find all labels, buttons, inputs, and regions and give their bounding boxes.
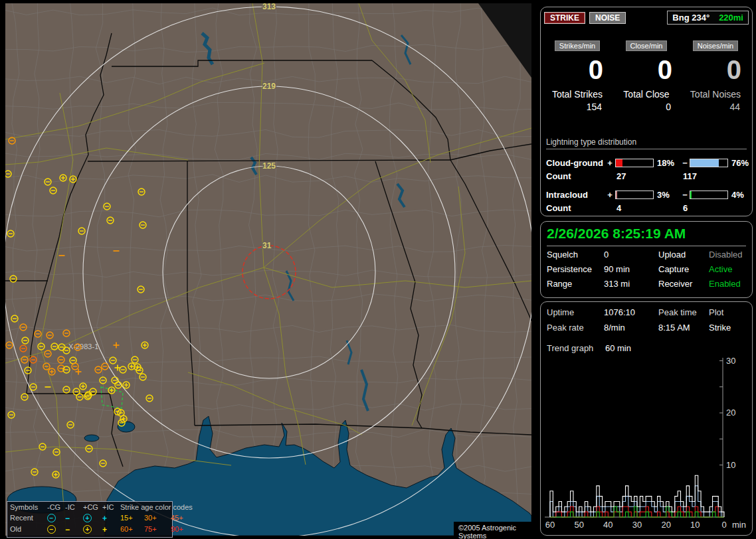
legend-row-recent-label: Recent — [10, 514, 47, 522]
trend-y-tick: 20 — [726, 408, 735, 418]
strikes-per-min-value: 0 — [545, 55, 610, 84]
legend-header-cg-neg: -CG — [47, 504, 65, 511]
close-per-min-value: 0 — [614, 55, 679, 84]
ring-label-125: 125 — [262, 161, 276, 171]
legend-header-symbols: Symbols — [10, 504, 47, 511]
squelch-value: 0 — [604, 250, 658, 260]
capture-label: Capture — [658, 264, 709, 274]
age-75: 75+ — [144, 526, 171, 533]
count-label: Count — [546, 171, 605, 181]
ic-minus-count: 6 — [683, 203, 747, 213]
age-90: 90+ — [171, 526, 193, 533]
map-canvas[interactable]: 31321912531X-2983-1 — [5, 3, 531, 536]
minus-sign: − — [680, 190, 690, 200]
cg-plus-pct: 18% — [654, 158, 680, 168]
trend-x-tick: 10 — [690, 520, 700, 530]
legend-header-ic-neg: -IC — [65, 504, 83, 511]
cloud-ground-label: Cloud-ground — [546, 158, 605, 168]
trend-x-tick: 40 — [603, 520, 613, 530]
noises-per-min-value: 0 — [683, 55, 748, 84]
cloud-ground-row: Cloud-ground + 18% − 76% — [546, 156, 747, 169]
statistics-panel: Uptime 1076:10 Peak time Plot Peak rate … — [540, 301, 753, 536]
ring-label-31: 31 — [262, 241, 272, 250]
copyright-notice: ©2005 Astrogenic Systems — [454, 522, 531, 539]
range-value: 313 mi — [604, 279, 658, 289]
plus-sign: + — [605, 158, 615, 168]
upload-status: Disabled — [709, 250, 748, 260]
range-label: Range — [547, 279, 604, 289]
ic-pos-old-icon: + — [102, 526, 120, 534]
rate-counters: Strikes/min 0 Total Strikes 154 Close/mi… — [545, 40, 748, 112]
age-45: 45+ — [171, 514, 193, 522]
status-grid: Squelch 0 Upload Disabled Persistence 90… — [547, 250, 748, 289]
cg-minus-count: 117 — [683, 171, 747, 181]
total-strikes-label: Total Strikes — [545, 89, 610, 100]
ic-minus-bar — [690, 191, 728, 199]
bearing-readout: Bng 234°220mi — [667, 11, 749, 25]
ic-neg-recent-icon: − — [65, 514, 83, 522]
trend-y-tick: 10 — [726, 460, 735, 470]
plus-sign: + — [605, 190, 615, 200]
age-15: 15+ — [120, 514, 144, 522]
cg-plus-bar — [615, 159, 654, 167]
intracloud-count-row: Count 4 6 — [546, 201, 747, 214]
trend-x-unit: min — [732, 520, 746, 530]
legend-header-ic-pos: +IC — [102, 504, 120, 511]
total-noises-value: 44 — [683, 102, 748, 112]
ic-pos-recent-icon: + — [102, 514, 120, 522]
age-60: 60+ — [120, 526, 144, 533]
strike-mode-button[interactable]: STRIKE — [544, 12, 585, 24]
persistence-value: 90 min — [604, 264, 658, 274]
strike-counters-panel: STRIKE NOISE Bng 234°220mi Strikes/min 0… — [540, 7, 753, 216]
legend-header-cg-pos: +CG — [83, 504, 102, 511]
noises-per-min-chip: Noises/min — [693, 40, 738, 51]
cg-minus-pct: 76% — [728, 158, 749, 168]
intracloud-label: Intracloud — [546, 190, 605, 200]
legend-header-ages: Strike age color codes — [120, 504, 193, 511]
cg-pos-recent-icon: + — [83, 514, 102, 522]
noises-counter-column: Noises/min 0 Total Noises 44 — [683, 40, 748, 112]
receiver-label: Receiver — [658, 279, 709, 289]
close-counter-column: Close/min 0 Total Close 0 — [614, 40, 679, 112]
legend-row-old-label: Old — [10, 526, 47, 533]
close-per-min-chip: Close/min — [626, 40, 668, 51]
capture-status: Active — [709, 264, 748, 274]
bearing-distance: 220mi — [719, 13, 743, 23]
strikes-counter-column: Strikes/min 0 Total Strikes 154 — [545, 40, 610, 112]
storm-cell-label: X-2983-1 — [68, 343, 98, 350]
trend-x-tick: 60 — [545, 520, 555, 530]
ring-label-313: 313 — [262, 3, 276, 11]
count-label: Count — [546, 203, 605, 213]
noise-mode-button[interactable]: NOISE — [589, 12, 626, 24]
total-close-value: 0 — [614, 102, 679, 112]
ring-label-219: 219 — [262, 82, 276, 91]
persistence-label: Persistence — [547, 264, 604, 274]
trend-x-tick: 0 — [721, 520, 726, 530]
cg-minus-bar — [690, 159, 728, 167]
total-close-label: Total Close — [614, 89, 679, 100]
trend-graph: 1020306050403020100min — [541, 302, 751, 534]
strikes-per-min-chip: Strikes/min — [555, 40, 600, 51]
datetime-display: 2/26/2026 8:25:19 AM — [547, 226, 746, 246]
mode-toolbar: STRIKE NOISE Bng 234°220mi — [544, 11, 749, 25]
lightning-distribution: Lightning type distribution Cloud-ground… — [546, 137, 747, 220]
ic-plus-bar — [615, 191, 654, 199]
minus-sign: − — [680, 158, 690, 168]
upload-label: Upload — [658, 250, 709, 260]
cloud-ground-count-row: Count 27 117 — [546, 169, 747, 183]
trend-y-tick: 30 — [726, 356, 735, 366]
ic-plus-count: 4 — [616, 203, 683, 213]
receiver-status: Enabled — [709, 279, 748, 289]
trend-x-tick: 30 — [632, 520, 642, 530]
cg-neg-recent-icon: − — [47, 514, 65, 522]
squelch-label: Squelch — [547, 250, 604, 260]
total-noises-label: Total Noises — [683, 89, 748, 100]
ic-minus-pct: 4% — [728, 190, 747, 200]
lightning-map[interactable]: 31321912531X-2983-1 Symbols -CG -IC +CG … — [5, 3, 531, 536]
status-panel: 2/26/2026 8:25:19 AM Squelch 0 Upload Di… — [540, 221, 753, 298]
cg-plus-count: 27 — [616, 171, 683, 181]
distribution-title: Lightning type distribution — [546, 137, 747, 149]
map-legend: Symbols -CG -IC +CG +IC Strike age color… — [7, 501, 173, 538]
trend-x-tick: 20 — [661, 520, 670, 530]
age-30: 30+ — [144, 514, 171, 522]
